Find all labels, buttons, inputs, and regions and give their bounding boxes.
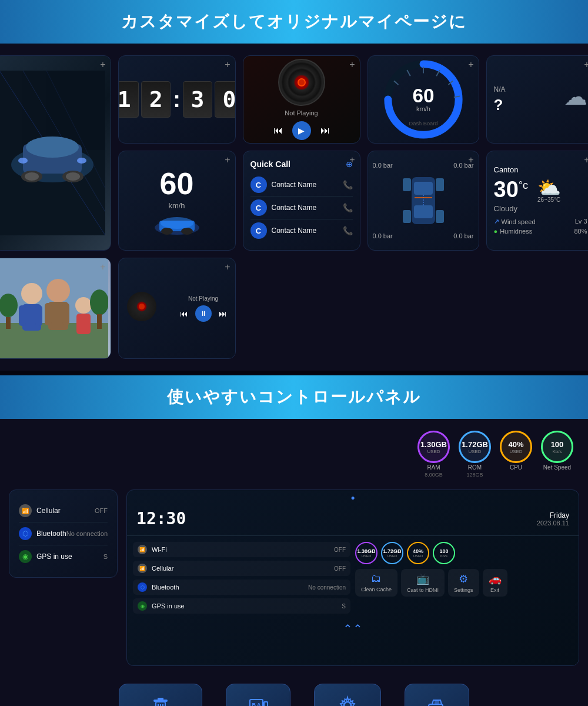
clean-cache-button[interactable]: Clean Cache	[119, 684, 202, 706]
svg-point-39	[21, 283, 42, 304]
panel-gps: ◉ GPS in use S	[19, 545, 108, 568]
weather-na-symbol: ?	[494, 96, 506, 114]
music-play-button[interactable]: ▶	[292, 121, 311, 140]
speedometer-add-button[interactable]: +	[468, 59, 473, 70]
contact-avatar-2: C	[250, 199, 267, 216]
settings-button[interactable]: Settings	[314, 684, 380, 706]
bluetooth-label: Bluetooth	[36, 530, 66, 538]
net-circle: 100 Kb/s	[541, 431, 573, 463]
screen-wifi-value: OFF	[334, 547, 346, 553]
center-screen: ● 12:30 Friday 2023.08.11 📶 Wi-Fi	[126, 489, 579, 666]
settings-screen-icon: ⚙	[459, 572, 468, 585]
clock-colon: :	[173, 87, 181, 112]
svg-point-20	[66, 172, 80, 181]
music-small-prev-button[interactable]: ⏮	[180, 309, 188, 318]
weather-na-widget: + N/A ? ☁	[486, 55, 589, 144]
screen-clean-cache-button[interactable]: 🗂 Clean Cache	[355, 569, 397, 597]
svg-point-26	[181, 228, 193, 235]
screen-cast-hdmi-button[interactable]: 📺 Cast to HDMI	[401, 569, 445, 597]
contact-row-2[interactable]: C Contact Name 📞	[250, 197, 353, 219]
screen-right-panel: 1.30GB USED 1.72GB USED 40% USED 100	[355, 542, 573, 614]
panel-cellular-left: 📶 Cellular	[19, 504, 61, 517]
top-banner-text: カスタマイズしてオリジナルマイページに	[121, 12, 467, 31]
svg-rect-48	[76, 314, 91, 334]
svg-point-51	[90, 289, 108, 315]
cast-hdmi-button[interactable]: B A Cast to HDMI	[226, 684, 290, 706]
bottom-actions: Clean Cache B A Cast to HDMI Settings	[9, 684, 579, 706]
svg-rect-30	[414, 205, 433, 218]
clock-add-button[interactable]: +	[225, 59, 230, 70]
music-controls: ⏮ ▶ ⏭	[273, 121, 330, 140]
exit-button[interactable]: Exit	[405, 684, 469, 706]
humidity-value: 80%	[574, 228, 587, 235]
cellular-value: OFF	[95, 507, 108, 514]
section-divider	[0, 371, 588, 375]
music-status: Not Playing	[285, 109, 318, 116]
clean-cache-icon	[150, 695, 171, 706]
wind-icon: ↗	[494, 218, 499, 225]
weather-na-add-button[interactable]: +	[584, 59, 588, 70]
vinyl-small-center	[139, 304, 145, 309]
panel-gps-left: ◉ GPS in use	[19, 550, 72, 563]
cpu-circle: 40% USED	[500, 431, 532, 463]
photo-add-button[interactable]: +	[100, 262, 105, 272]
ram-value: 1.30GB	[420, 440, 447, 449]
music-prev-button[interactable]: ⏮	[273, 125, 283, 136]
panel-bluetooth: ⬡ Bluetooth No connection	[19, 522, 108, 545]
music-player-widget: + Not Playing ⏮ ▶ ⏭	[243, 55, 360, 144]
clock-hour-tens: 1	[118, 81, 139, 118]
humidity-icon: ●	[494, 228, 498, 235]
svg-rect-45	[45, 303, 52, 325]
screen-bluetooth: ⬡ Bluetooth No connection	[133, 580, 350, 595]
car-photo-add-button[interactable]: +	[100, 59, 105, 70]
music-next-button[interactable]: ⏭	[320, 125, 330, 136]
speed-small-value: 60	[160, 166, 194, 201]
contact-row-3[interactable]: C Contact Name 📞	[250, 219, 353, 242]
tire-pressure-widget: + 0.0 bar 0.0 bar	[368, 151, 479, 251]
svg-rect-29	[414, 182, 433, 195]
weather-widget: + Canton 30 °c ⛅ 26~35°C Cloudy ↗ Wind s…	[486, 151, 589, 251]
music-add-button[interactable]: +	[349, 59, 355, 70]
speed-small-unit: km/h	[168, 201, 185, 210]
screen-settings-button[interactable]: ⚙ Settings	[448, 569, 479, 597]
svg-text:60: 60	[412, 85, 434, 106]
svg-point-63	[344, 702, 351, 706]
family-photo	[0, 258, 111, 358]
gps-value: S	[103, 553, 108, 560]
weather-add-button[interactable]: +	[584, 155, 588, 165]
call-icon-3[interactable]: 📞	[343, 226, 353, 235]
svg-rect-52	[97, 314, 102, 329]
mini-cpu-circle: 40% USED	[407, 542, 429, 564]
screen-cellular-value: OFF	[334, 565, 346, 572]
svg-point-21	[18, 158, 28, 164]
music-small-add-button[interactable]: +	[225, 262, 230, 272]
contact-left-1: C Contact Name	[250, 176, 317, 193]
call-icon-1[interactable]: 📞	[343, 180, 353, 189]
screen-wifi-label: Wi-Fi	[152, 546, 167, 553]
speed-small-add-button[interactable]: +	[225, 155, 230, 165]
music-small-next-button[interactable]: ⏭	[219, 309, 227, 318]
cpu-sub: USED	[509, 449, 522, 454]
screen-exit-button[interactable]: 🚗 Exit	[483, 569, 507, 597]
bluetooth-icon: ⬡	[19, 527, 32, 540]
info-box-net: 100 Kb/s Net Speed	[541, 431, 573, 478]
rom-value: 1.72GB	[462, 440, 488, 449]
svg-point-43	[46, 279, 70, 302]
svg-rect-41	[19, 305, 26, 326]
contact-row-1[interactable]: C Contact Name 📞	[250, 174, 353, 197]
tire-rr: 0.0 bar	[453, 232, 473, 239]
music-small-pause-button[interactable]: ⏸	[195, 305, 212, 322]
tire-rl: 0.0 bar	[373, 232, 393, 239]
weather-na-label: N/A	[494, 85, 506, 94]
speed-gauge-svg: 60 km/h Dash Board	[376, 56, 470, 143]
screen-header: 12:30 Friday 2023.08.11	[127, 502, 579, 536]
tire-add-button[interactable]: +	[468, 155, 473, 165]
chevron-up[interactable]: ⌃⌃	[127, 620, 579, 638]
call-icon-2[interactable]: 📞	[343, 203, 353, 212]
screen-cellular-label: Cellular	[152, 565, 173, 572]
screen-gps-value: S	[342, 603, 346, 610]
widget-grid: + 1 2 : 3 0 + Not Playing ⏮ ▶ ⏭ +	[9, 55, 579, 359]
clean-cache-screen-icon: 🗂	[371, 572, 382, 585]
svg-text:Dash Board: Dash Board	[409, 121, 437, 126]
quick-call-add-button[interactable]: +	[349, 155, 355, 165]
